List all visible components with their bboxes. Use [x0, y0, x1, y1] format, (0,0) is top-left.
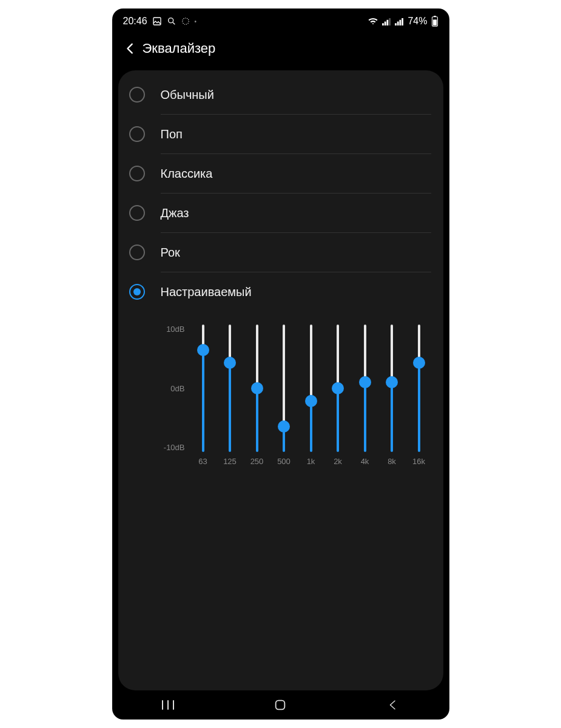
svg-rect-6	[389, 18, 391, 25]
navigation-bar	[112, 690, 449, 720]
slider-thumb[interactable]	[332, 382, 344, 394]
preset-list: ОбычныйПопКлассикаДжазРокНастраиваемый	[118, 75, 443, 311]
y-tick-label: 0dB	[170, 384, 184, 393]
slider-thumb[interactable]	[224, 357, 236, 369]
slider-thumb[interactable]	[278, 420, 290, 433]
preset-label: Настраиваемый	[161, 285, 252, 299]
preset-label: Классика	[161, 167, 213, 181]
preset-option[interactable]: Обычный	[118, 75, 443, 114]
slider-track-lower	[256, 388, 258, 452]
content-panel: ОбычныйПопКлассикаДжазРокНастраиваемый 1…	[118, 70, 443, 690]
radio-button[interactable]	[129, 166, 145, 181]
x-tick-label: 16k	[412, 457, 426, 466]
svg-point-1	[168, 18, 173, 23]
x-tick-label: 500	[277, 457, 291, 466]
page-title: Эквалайзер	[143, 41, 216, 56]
nav-back-button[interactable]	[369, 693, 417, 717]
slider-track-upper	[256, 325, 258, 388]
svg-rect-9	[400, 19, 401, 25]
slider-track-lower	[364, 382, 366, 453]
x-tick-label: 250	[250, 457, 264, 466]
loading-icon	[181, 17, 190, 25]
svg-rect-7	[395, 23, 397, 25]
slider-thumb[interactable]	[197, 344, 209, 356]
battery-icon	[431, 16, 438, 27]
radio-button[interactable]	[129, 126, 145, 142]
svg-rect-14	[276, 701, 285, 710]
slider-track-lower	[229, 363, 231, 452]
x-tick-label: 4k	[358, 457, 372, 466]
search-icon	[167, 16, 176, 26]
svg-rect-13	[432, 19, 436, 25]
slider-thumb[interactable]	[305, 395, 317, 407]
gallery-icon	[152, 16, 162, 26]
x-tick-label: 1k	[304, 457, 318, 466]
slider-track-upper	[283, 325, 285, 426]
eq-band-slider[interactable]	[385, 325, 399, 452]
slider-track-upper	[337, 325, 339, 388]
signal-icon-1	[382, 18, 391, 25]
phone-frame: 20:46 •	[112, 8, 449, 720]
preset-option[interactable]: Классика	[118, 154, 443, 193]
eq-band-slider[interactable]	[250, 325, 264, 452]
preset-option[interactable]: Настраиваемый	[118, 272, 443, 311]
slider-thumb[interactable]	[386, 376, 398, 388]
slider-track-lower	[310, 401, 312, 452]
svg-rect-8	[397, 21, 399, 25]
radio-button[interactable]	[129, 205, 145, 221]
signal-icon-2	[395, 18, 404, 25]
status-time: 20:46	[123, 16, 147, 27]
preset-label: Джаз	[161, 206, 189, 220]
y-tick-label: 10dB	[166, 325, 184, 334]
radio-button[interactable]	[129, 87, 145, 103]
slider-thumb[interactable]	[251, 382, 263, 394]
svg-rect-10	[402, 18, 404, 25]
eq-band-slider[interactable]	[223, 325, 237, 452]
x-tick-label: 125	[223, 457, 237, 466]
svg-rect-5	[387, 19, 389, 25]
equalizer-chart: 10dB0dB-10dB 631252505001k2k4k8k16k	[118, 311, 443, 472]
preset-label: Рок	[161, 246, 180, 260]
eq-band-slider[interactable]	[412, 325, 426, 452]
dot-icon: •	[195, 18, 197, 25]
back-button[interactable]	[118, 36, 143, 61]
preset-label: Поп	[161, 127, 183, 141]
eq-band-slider[interactable]	[304, 325, 318, 452]
eq-band-slider[interactable]	[196, 325, 210, 452]
slider-track-upper	[391, 325, 393, 382]
radio-button[interactable]	[129, 244, 145, 260]
radio-button[interactable]	[129, 284, 145, 300]
slider-track-upper	[364, 325, 366, 382]
slider-thumb[interactable]	[359, 376, 371, 388]
y-tick-label: -10dB	[164, 443, 185, 452]
svg-rect-3	[383, 23, 385, 25]
slider-track-lower	[418, 363, 420, 452]
x-tick-label: 8k	[385, 457, 399, 466]
svg-rect-0	[153, 18, 161, 25]
svg-rect-12	[434, 16, 436, 17]
slider-track-lower	[391, 382, 393, 453]
home-button[interactable]	[256, 693, 304, 717]
preset-option[interactable]: Джаз	[118, 194, 443, 232]
preset-option[interactable]: Поп	[118, 115, 443, 153]
slider-track-lower	[337, 388, 339, 452]
svg-point-2	[182, 18, 189, 25]
app-header: Эквалайзер	[112, 32, 449, 66]
status-bar: 20:46 •	[112, 8, 449, 32]
preset-label: Обычный	[161, 88, 214, 102]
slider-track-lower	[202, 350, 204, 452]
eq-band-slider[interactable]	[277, 325, 291, 452]
slider-track-upper	[310, 325, 312, 401]
svg-rect-4	[385, 21, 386, 25]
eq-band-slider[interactable]	[358, 325, 372, 452]
slider-thumb[interactable]	[413, 357, 425, 369]
preset-option[interactable]: Рок	[118, 233, 443, 272]
wifi-icon	[368, 17, 378, 25]
x-tick-label: 2k	[331, 457, 345, 466]
x-tick-label: 63	[196, 457, 210, 466]
eq-band-slider[interactable]	[331, 325, 345, 452]
battery-percentage: 74%	[408, 16, 427, 27]
recents-button[interactable]	[144, 693, 192, 717]
